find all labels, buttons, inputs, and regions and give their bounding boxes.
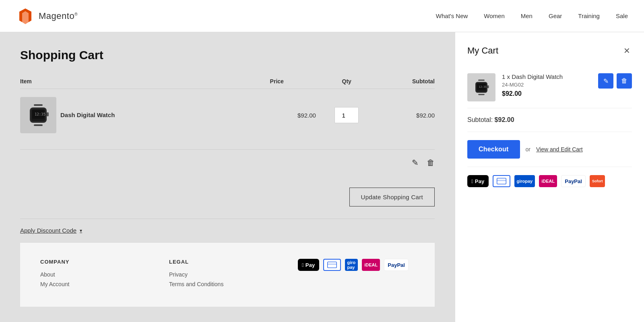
sidebar-ideal-icon: iDEAL [539, 175, 557, 187]
svg-rect-2 [34, 104, 43, 106]
item-actions-cell: ✎ 🗑 [20, 141, 435, 184]
nav-sale[interactable]: Sale [616, 12, 628, 19]
footer-legal-terms[interactable]: Terms and Conditions [169, 281, 286, 287]
sidebar-card-icon [493, 175, 510, 187]
cart-table: Item Price Qty Subtotal [20, 74, 435, 184]
sidebar-item-actions: ✎ 🗑 [598, 73, 632, 101]
update-cart-row: Update Shopping Cart [20, 184, 435, 219]
delete-item-icon[interactable]: 🗑 [427, 158, 435, 167]
item-actions: ✎ 🗑 [20, 149, 435, 175]
footer-giropay-icon: giropay [345, 259, 358, 271]
sidebar-or-label: or [526, 146, 530, 153]
item-name-cell: Dash Digital Watch [60, 89, 199, 142]
sidebar-item-info: 1 x Dash Digital Watch 24-MG02 $92.00 [502, 73, 592, 101]
svg-rect-8 [47, 112, 49, 116]
qty-input[interactable] [334, 107, 359, 123]
site-header: Magento® What's New Women Men Gear Train… [0, 0, 644, 32]
sidebar-checkout: Checkout or View and Edit Cart [467, 132, 632, 167]
sidebar-payment-icons:  Pay giropay iDEAL PayPal Sofort [467, 167, 632, 195]
sidebar-item-image: 12:35 [467, 73, 495, 101]
svg-rect-12 [478, 94, 485, 95]
svg-rect-3 [34, 124, 43, 126]
sidebar-item-price: $92.00 [502, 90, 592, 97]
item-name: Dash Digital Watch [60, 111, 115, 118]
sidebar-title: My Cart [467, 45, 498, 56]
sidebar-watch-image: 12:35 [471, 77, 491, 97]
footer-paypal-icon: PayPal [384, 259, 409, 271]
cart-area: Shopping Cart Item Price Qty Subtotal [0, 32, 455, 322]
footer-grid: COMPANY About My Account LEGAL Privacy T… [40, 259, 415, 291]
nav-training[interactable]: Training [578, 12, 600, 19]
nav-men[interactable]: Men [521, 12, 533, 19]
checkout-button[interactable]: Checkout [467, 140, 520, 159]
discount-toggle[interactable]: Apply Discount Code ▾ [20, 227, 435, 234]
sidebar-item-sku: 24-MG02 [502, 82, 592, 88]
main-wrapper: Shopping Cart Item Price Qty Subtotal [0, 32, 644, 322]
col-qty: Qty [316, 74, 378, 89]
sidebar-subtotal-value: $92.00 [495, 116, 514, 123]
my-cart-sidebar: My Cart ✕ 12:35 1 x Dash Digital Watch 2… [455, 32, 644, 322]
close-sidebar-button[interactable]: ✕ [622, 44, 632, 57]
item-subtotal: $92.00 [416, 112, 435, 119]
item-image-cell: 12:35 [20, 89, 60, 142]
nav-whats-new[interactable]: What's New [436, 12, 468, 19]
sidebar-subtotal: Subtotal: $92.00 [467, 108, 632, 132]
footer-legal-title: LEGAL [169, 259, 286, 265]
item-image: 12:35 [20, 97, 56, 133]
discount-toggle-label: Apply Discount Code [20, 227, 76, 234]
svg-text:12:35: 12:35 [479, 85, 487, 89]
col-price: Price [199, 74, 316, 89]
sidebar-paypal-icon: PayPal [561, 175, 586, 187]
footer-card-icon [323, 259, 341, 271]
discount-section: Apply Discount Code ▾ [20, 219, 435, 242]
footer-company-title: COMPANY [40, 259, 157, 265]
footer-legal-col: LEGAL Privacy Terms and Conditions [169, 259, 286, 291]
sidebar-edit-item-button[interactable]: ✎ [598, 73, 613, 89]
footer-company-about[interactable]: About [40, 271, 157, 278]
sidebar-subtotal-label: Subtotal: [467, 116, 493, 123]
nav-women[interactable]: Women [484, 12, 504, 19]
logo-text: Magento® [39, 11, 78, 21]
col-subtotal: Subtotal [378, 74, 435, 89]
svg-rect-10 [327, 264, 336, 265]
item-subtotal-cell: $92.00 [378, 89, 435, 142]
sidebar-header: My Cart ✕ [467, 44, 632, 57]
update-cart-button[interactable]: Update Shopping Cart [349, 188, 435, 206]
watch-image: 12:35 [24, 101, 52, 129]
sidebar-sofort-icon: Sofort [590, 175, 605, 187]
footer-payment-icons:  Pay giropay iDEAL PayPal [298, 259, 415, 271]
sidebar-giropay-icon: giropay [514, 175, 535, 187]
sidebar-applepay-icon:  Pay [467, 175, 489, 187]
item-price-cell: $92.00 [199, 89, 316, 142]
footer-applepay-icon:  Pay [298, 259, 319, 271]
main-nav: What's New Women Men Gear Training Sale [436, 12, 628, 19]
logo[interactable]: Magento® [16, 7, 78, 25]
table-row: 12:35 Dash Digital Watch $92.00 [20, 89, 435, 142]
edit-item-icon[interactable]: ✎ [412, 158, 419, 167]
svg-rect-17 [487, 85, 489, 88]
magento-logo-icon [16, 7, 35, 25]
footer-payments-col:  Pay giropay iDEAL PayPal [298, 259, 415, 291]
svg-rect-19 [497, 180, 506, 181]
footer-ideal-icon: iDEAL [362, 259, 380, 271]
view-edit-cart-link[interactable]: View and Edit Cart [536, 146, 583, 153]
col-item: Item [20, 74, 199, 89]
nav-gear[interactable]: Gear [549, 12, 562, 19]
site-footer: COMPANY About My Account LEGAL Privacy T… [20, 242, 435, 307]
sidebar-cart-item: 12:35 1 x Dash Digital Watch 24-MG02 $92… [467, 67, 632, 108]
cart-table-header: Item Price Qty Subtotal [20, 74, 435, 89]
item-qty-cell[interactable] [316, 89, 378, 142]
item-actions-row: ✎ 🗑 [20, 141, 435, 184]
sidebar-item-qty-name: 1 x Dash Digital Watch [502, 73, 592, 80]
svg-marker-1 [22, 11, 29, 24]
svg-rect-11 [478, 80, 485, 81]
footer-company-col: COMPANY About My Account [40, 259, 157, 291]
page-title: Shopping Cart [20, 48, 435, 62]
svg-text:12:35: 12:35 [35, 112, 45, 116]
chevron-down-icon: ▾ [80, 228, 82, 233]
item-price: $92.00 [297, 112, 316, 119]
sidebar-delete-item-button[interactable]: 🗑 [617, 73, 632, 89]
footer-company-myaccount[interactable]: My Account [40, 281, 157, 287]
footer-legal-privacy[interactable]: Privacy [169, 271, 286, 278]
